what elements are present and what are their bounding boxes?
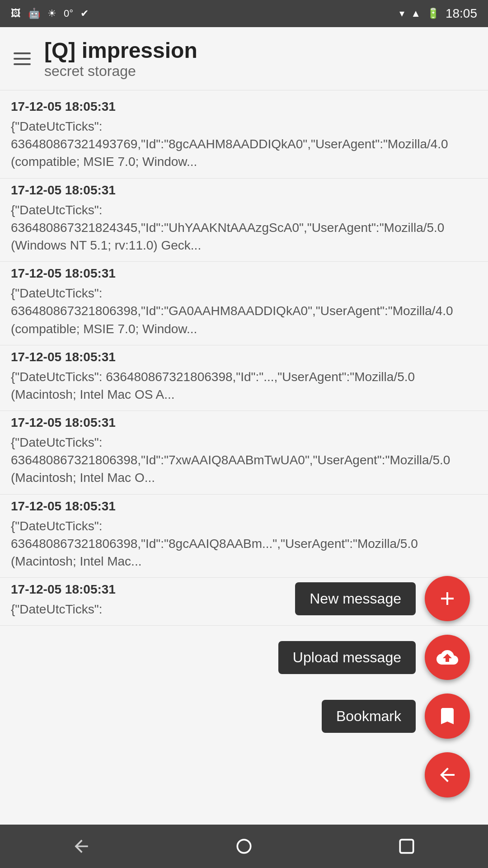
- message-content: {"DateUtcTicks": 636480867321806398,"Id"…: [11, 368, 477, 403]
- hamburger-line-2: [14, 58, 31, 60]
- message-block: 17-12-05 18:05:31{"DateUtcTicks": 636480…: [0, 179, 488, 262]
- upload-message-button[interactable]: [425, 635, 470, 680]
- content-area: 17-12-05 18:05:31{"DateUtcTicks": 636480…: [0, 90, 488, 825]
- nav-back-button[interactable]: [63, 828, 99, 864]
- weather-icon: ☀: [47, 8, 56, 19]
- hamburger-menu-button[interactable]: [14, 52, 31, 65]
- android-icon: 🤖: [28, 8, 40, 19]
- upload-message-row: Upload message: [278, 635, 470, 680]
- nav-home-button[interactable]: [226, 828, 262, 864]
- back-button[interactable]: [425, 752, 470, 797]
- check-icon: ✔: [80, 8, 89, 19]
- back-row: [425, 752, 470, 797]
- message-block: 17-12-05 18:05:31{"DateUtcTicks": 636480…: [0, 95, 488, 179]
- new-message-row: New message: [295, 576, 470, 621]
- status-icons-left: 🖼 🤖 ☀ 0° ✔: [11, 8, 89, 19]
- nav-recents-button[interactable]: [389, 828, 425, 864]
- clock: 18:05: [446, 6, 477, 21]
- message-content: {"DateUtcTicks": 636480867321806398,"Id"…: [11, 434, 477, 487]
- message-block: 17-12-05 18:05:31{"DateUtcTicks": 636480…: [0, 495, 488, 578]
- status-bar: 🖼 🤖 ☀ 0° ✔ ▾ ▲ 🔋 18:05: [0, 0, 488, 27]
- plus-icon: [436, 588, 458, 609]
- new-message-button[interactable]: [425, 576, 470, 621]
- message-timestamp: 17-12-05 18:05:31: [11, 183, 477, 198]
- nav-bar: [0, 825, 488, 868]
- nav-recents-icon: [397, 836, 417, 856]
- svg-rect-1: [400, 840, 413, 853]
- battery-icon: 🔋: [427, 8, 439, 19]
- hamburger-line-1: [14, 52, 31, 54]
- message-block: 17-12-05 18:05:31{"DateUtcTicks": 636480…: [0, 411, 488, 495]
- message-content: {"DateUtcTicks": 636480867321493769,"Id"…: [11, 118, 477, 171]
- nav-home-icon: [234, 836, 254, 856]
- message-timestamp: 17-12-05 18:05:31: [11, 350, 477, 364]
- message-timestamp: 17-12-05 18:05:31: [11, 415, 477, 430]
- upload-message-label: Upload message: [278, 641, 416, 674]
- app-bar: [Q] impression secret storage: [0, 27, 488, 90]
- signal-icon: ▲: [411, 8, 421, 19]
- app-title: [Q] impression: [44, 38, 197, 63]
- message-block: 17-12-05 18:05:31{"DateUtcTicks": 636480…: [0, 262, 488, 345]
- message-timestamp: 17-12-05 18:05:31: [11, 99, 477, 114]
- app-title-group: [Q] impression secret storage: [44, 38, 197, 80]
- status-icons-right: ▾ ▲ 🔋 18:05: [399, 6, 477, 21]
- bookmark-button[interactable]: [425, 693, 470, 739]
- bookmark-icon: [436, 705, 458, 727]
- svg-point-0: [237, 840, 250, 853]
- message-content: {"DateUtcTicks": 636480867321806398,"Id"…: [11, 517, 477, 571]
- message-content: {"DateUtcTicks": 636480867321824345,"Id"…: [11, 201, 477, 255]
- upload-icon: [436, 646, 458, 668]
- image-icon: 🖼: [11, 8, 21, 19]
- bookmark-label: Bookmark: [322, 700, 416, 733]
- back-arrow-icon: [436, 764, 458, 786]
- message-timestamp: 17-12-05 18:05:31: [11, 266, 477, 281]
- message-block: 17-12-05 18:05:31{"DateUtcTicks": 636480…: [0, 345, 488, 411]
- bookmark-row: Bookmark: [322, 693, 470, 739]
- new-message-label: New message: [295, 582, 416, 615]
- message-content: {"DateUtcTicks": 636480867321806398,"Id"…: [11, 284, 477, 338]
- message-list: 17-12-05 18:05:31{"DateUtcTicks": 636480…: [0, 90, 488, 630]
- hamburger-line-3: [14, 63, 31, 65]
- temperature-display: 0°: [64, 8, 73, 19]
- fab-container: New message Upload message Bookmark: [278, 576, 470, 797]
- nav-back-icon: [71, 836, 91, 856]
- wifi-icon: ▾: [399, 8, 404, 19]
- message-timestamp: 17-12-05 18:05:31: [11, 499, 477, 514]
- app-subtitle: secret storage: [44, 63, 197, 80]
